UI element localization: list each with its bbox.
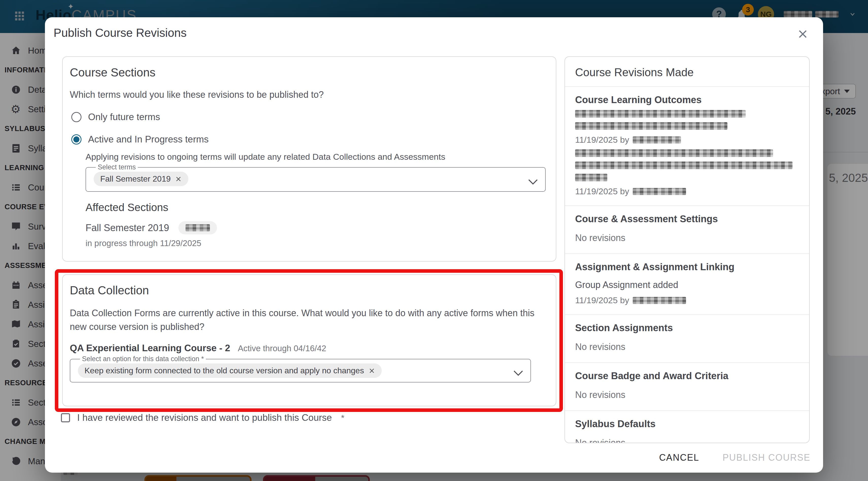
redacted-text xyxy=(575,149,773,157)
revision-date: 11/19/2025 by xyxy=(575,295,799,305)
form-status: Active through 04/16/42 xyxy=(238,343,327,353)
no-revisions-label: No revisions xyxy=(575,233,799,243)
revision-date-text: 11/19/2025 by xyxy=(575,295,629,305)
revision-section: Course Badge and Award CriteriaNo revisi… xyxy=(565,362,809,411)
no-revisions-label: No revisions xyxy=(575,390,799,400)
redacted-name xyxy=(633,137,681,144)
radio-option[interactable]: Active and In Progress terms xyxy=(71,134,546,145)
data-collection-title: Data Collection xyxy=(70,283,546,297)
terms-radio-group: Only future termsActive and In Progress … xyxy=(70,112,546,145)
revision-entry: 11/19/2025 by xyxy=(575,149,799,196)
radio-selected-icon[interactable] xyxy=(71,134,82,145)
no-revisions-label: No revisions xyxy=(575,341,799,352)
data-collection-description: Data Collection Forms are currently acti… xyxy=(70,306,538,334)
term-badge-redacted xyxy=(179,221,217,234)
revision-section-title: Assignment & Assignment Linking xyxy=(575,262,799,272)
selected-term-chip[interactable]: Fall Semester 2019 xyxy=(94,172,188,186)
required-asterisk: * xyxy=(341,413,344,423)
course-sections-card: Course Sections Which terms would you li… xyxy=(62,56,556,262)
chip-remove-icon[interactable] xyxy=(369,367,375,374)
revision-section-title: Section Assignments xyxy=(575,323,799,333)
data-collection-card: Data Collection Data Collection Forms ar… xyxy=(62,274,556,406)
revision-section: Assignment & Assignment LinkingGroup Ass… xyxy=(565,253,809,314)
chip-label: Fall Semester 2019 xyxy=(100,174,170,184)
screen: HelioCAMPUS ✦ ? 3 NG HomeINFORMATIODetai… xyxy=(0,0,868,481)
publish-course-button[interactable]: PUBLISH COURSE xyxy=(720,449,813,467)
no-revisions-label: No revisions xyxy=(575,438,799,443)
confirm-checkbox[interactable] xyxy=(61,413,70,422)
redacted-text xyxy=(575,174,607,181)
radio-option-label: Active and In Progress terms xyxy=(88,134,209,145)
select-terms-field[interactable]: Select terms Fall Semester 2019 xyxy=(86,163,546,192)
confirm-row[interactable]: I have reviewed the revisions and want t… xyxy=(61,413,344,423)
chip-label: Keep existing form connected to the old … xyxy=(85,366,364,375)
revision-section-title: Course & Assessment Settings xyxy=(575,214,799,224)
redacted-text xyxy=(186,224,210,231)
cancel-button[interactable]: CANCEL xyxy=(657,449,702,467)
select-terms-label: Select terms xyxy=(96,163,138,171)
ongoing-terms-note: Applying revisions to ongoing terms will… xyxy=(86,152,546,162)
redacted-name xyxy=(633,297,686,304)
revision-section-title: Syllabus Defaults xyxy=(575,419,799,429)
affected-term-row: Fall Semester 2019 xyxy=(86,221,546,234)
radio-option[interactable]: Only future terms xyxy=(71,112,546,122)
course-sections-title: Course Sections xyxy=(70,65,546,79)
revision-date: 11/19/2025 by xyxy=(575,135,799,145)
revision-date: 11/19/2025 by xyxy=(575,186,799,196)
selected-option-chip[interactable]: Keep existing form connected to the old … xyxy=(78,363,382,378)
affected-term-name: Fall Semester 2019 xyxy=(86,222,169,233)
revision-section: Course & Assessment SettingsNo revisions xyxy=(565,206,809,253)
revision-section-title: Course Badge and Award Criteria xyxy=(575,370,799,382)
affected-sections-title: Affected Sections xyxy=(86,201,546,214)
close-icon[interactable] xyxy=(795,26,810,42)
revision-date-text: 11/19/2025 by xyxy=(575,186,629,196)
data-collection-option-field[interactable]: Select an option for this data collectio… xyxy=(70,355,531,383)
revision-entry: Group Assignment added11/19/2025 by xyxy=(575,280,799,305)
redacted-text xyxy=(575,161,793,169)
revision-section: Course Learning Outcomes11/19/2025 by11/… xyxy=(565,86,809,206)
course-sections-question: Which terms would you like these revisio… xyxy=(70,89,546,100)
revisions-panel-title: Course Revisions Made xyxy=(565,57,809,86)
chip-remove-icon[interactable] xyxy=(175,176,182,182)
revisions-sections: Course Learning Outcomes11/19/2025 by11/… xyxy=(565,86,809,443)
revision-text: Group Assignment added xyxy=(575,280,799,290)
revision-entry: 11/19/2025 by xyxy=(575,110,799,145)
revision-section: Section AssignmentsNo revisions xyxy=(565,314,809,362)
redacted-text xyxy=(575,110,746,118)
affected-term-status: in progress through 11/29/2025 xyxy=(86,238,546,248)
publish-course-revisions-dialog: Publish Course Revisions Course Sections… xyxy=(45,17,823,473)
active-terms-detail: Applying revisions to ongoing terms will… xyxy=(86,152,546,248)
redacted-name xyxy=(633,188,686,195)
radio-unselected-icon[interactable] xyxy=(71,112,82,122)
form-name: QA Experiential Learning Course - 2 xyxy=(70,343,230,354)
confirm-label: I have reviewed the revisions and want t… xyxy=(77,413,332,423)
revision-date-text: 11/19/2025 by xyxy=(575,135,629,145)
revision-section: Syllabus DefaultsNo revisions xyxy=(565,411,809,443)
revision-section-title: Course Learning Outcomes xyxy=(575,94,799,106)
dialog-actions: CANCEL PUBLISH COURSE xyxy=(657,449,813,467)
course-revisions-panel: Course Revisions Made Course Learning Ou… xyxy=(564,56,810,443)
dialog-title: Publish Course Revisions xyxy=(54,26,187,40)
data-collection-form-row: QA Experiential Learning Course - 2 Acti… xyxy=(70,343,546,354)
redacted-text xyxy=(575,122,727,130)
chevron-down-icon[interactable] xyxy=(528,179,538,186)
radio-option-label: Only future terms xyxy=(88,112,160,122)
chevron-down-icon[interactable] xyxy=(513,370,523,377)
data-collection-option-label: Select an option for this data collectio… xyxy=(80,355,206,363)
